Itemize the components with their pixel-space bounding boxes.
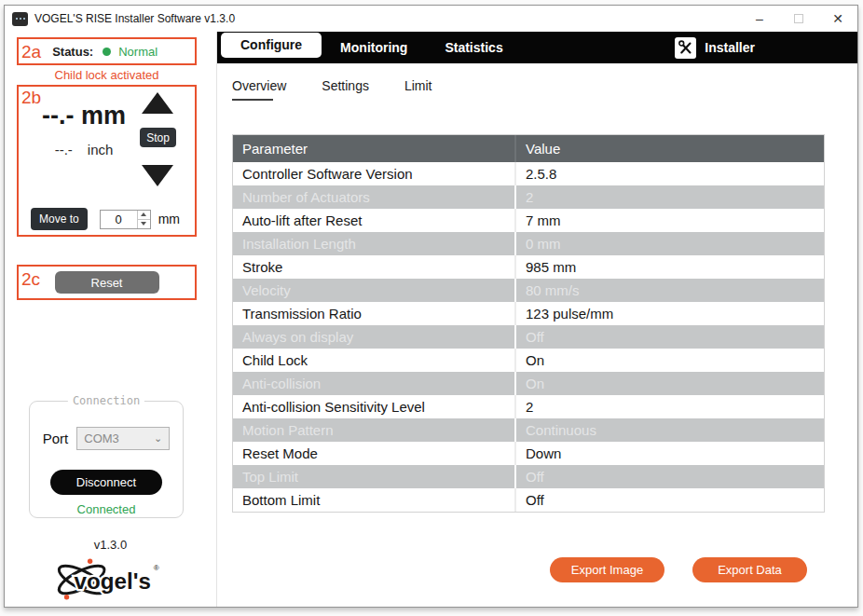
subtab-overview-label: Overview <box>232 78 286 93</box>
status-dot-icon <box>103 48 111 56</box>
value-cell: 7 mm <box>516 209 824 232</box>
spinner-down-icon[interactable] <box>138 219 150 228</box>
table-row: Installation Length0 mm <box>233 232 824 255</box>
disconnect-button[interactable]: Disconnect <box>50 470 162 495</box>
parameter-cell: Auto-lift after Reset <box>233 209 516 232</box>
parameter-cell: Velocity <box>233 279 516 302</box>
parameter-cell: Transmission Ratio <box>233 302 516 325</box>
parameter-cell: Reset Mode <box>233 442 516 465</box>
parameter-cell: Number of Actuators <box>233 185 516 209</box>
table-row: Top LimitOff <box>233 465 824 488</box>
table-row: Transmission Ratio123 pulse/mm <box>233 302 824 325</box>
export-data-button[interactable]: Export Data <box>692 557 807 582</box>
value-cell: 80 mm/s <box>516 279 824 302</box>
status-value: Normal <box>118 45 158 59</box>
value-cell: Off <box>516 488 824 512</box>
tab-configure[interactable]: Configure <box>221 33 322 58</box>
connection-status: Connected <box>30 502 183 516</box>
close-button[interactable]: ✕ <box>818 6 857 32</box>
parameter-cell: Always on display <box>233 325 516 349</box>
export-image-button[interactable]: Export Image <box>550 557 664 582</box>
maximize-button <box>779 6 818 32</box>
parameter-cell: Top Limit <box>233 465 516 488</box>
parameter-table: Parameter Value Controller Software Vers… <box>232 134 825 513</box>
spinner-up-icon[interactable] <box>138 211 150 219</box>
active-tab-underline <box>232 99 273 101</box>
maximize-icon <box>794 14 803 23</box>
installer-label: Installer <box>705 40 755 55</box>
title-bar: VOGEL'S RISE Installer Software v1.3.0 –… <box>5 6 857 32</box>
vogels-logo: vogel's ® <box>5 554 216 606</box>
parameter-cell: Anti-collision <box>233 372 516 395</box>
value-cell: 2.5.8 <box>516 162 824 185</box>
table-row: Anti-collision Sensitivity Level2 <box>233 395 824 418</box>
connection-legend: Connection <box>68 394 144 407</box>
value-cell: 123 pulse/mm <box>516 302 824 325</box>
jog-up-button[interactable] <box>142 92 173 114</box>
move-to-value[interactable]: 0 <box>101 211 137 228</box>
main-area: Configure Monitoring Statistics Installe… <box>217 32 857 607</box>
table-row: Auto-lift after Reset7 mm <box>233 209 824 232</box>
connection-group: Connection Port COM3 ⌄ Disconnect Connec… <box>29 401 184 518</box>
column-header-value: Value <box>516 135 824 162</box>
table-row: Anti-collisionOn <box>233 372 824 395</box>
window-controls: – ✕ <box>740 6 857 32</box>
inch-value: --.- <box>55 142 73 157</box>
move-to-unit-label: mm <box>158 212 180 226</box>
column-header-parameter: Parameter <box>233 135 516 162</box>
annotation-box-2c: 2c Reset <box>17 265 197 300</box>
value-cell: Off <box>516 465 824 488</box>
installer-badge[interactable]: Installer <box>675 32 755 63</box>
move-to-input[interactable]: 0 <box>100 210 151 229</box>
tab-statistics[interactable]: Statistics <box>426 32 521 63</box>
child-lock-warning: Child lock activated <box>17 68 197 82</box>
value-cell: 0 mm <box>516 232 824 255</box>
value-cell: 2 <box>516 185 824 209</box>
port-select[interactable]: COM3 ⌄ <box>76 427 170 450</box>
subtab-bar: Overview Settings Limit <box>232 78 857 101</box>
parameter-cell: Motion Pattern <box>233 418 516 442</box>
jog-down-button[interactable] <box>142 165 173 186</box>
table-row: Reset ModeDown <box>233 442 824 465</box>
annotation-label-2c: 2c <box>21 270 40 288</box>
table-row: Bottom LimitOff <box>233 488 824 512</box>
value-cell: 2 <box>516 395 824 418</box>
subtab-overview[interactable]: Overview <box>232 78 286 101</box>
logo-text: vogel's <box>74 568 150 594</box>
move-to-button[interactable]: Move to <box>31 208 88 230</box>
port-selected-value: COM3 <box>84 431 119 445</box>
top-navbar: Configure Monitoring Statistics Installe… <box>217 32 857 63</box>
subtab-limit-label: Limit <box>404 78 432 93</box>
port-row: Port COM3 ⌄ <box>30 427 183 450</box>
spinner-arrows <box>137 211 150 228</box>
table-row: Velocity80 mm/s <box>233 279 824 302</box>
parameter-cell: Controller Software Version <box>233 162 516 185</box>
window-title: VOGEL'S RISE Installer Software v1.3.0 <box>34 12 235 25</box>
table-row: Stroke985 mm <box>233 255 824 279</box>
minimize-button[interactable]: – <box>740 6 779 32</box>
sidebar: 2a Status: Normal Child lock activated 2… <box>5 32 217 607</box>
table-row: Child LockOn <box>233 349 824 372</box>
table-row: Motion PatternContinuous <box>233 418 824 442</box>
annotation-box-2b: 2b --.- mm Stop --.-inch Move to 0 <box>17 85 197 237</box>
subtab-limit[interactable]: Limit <box>404 78 432 101</box>
reset-button[interactable]: Reset <box>55 271 159 294</box>
subtab-settings-label: Settings <box>322 78 369 93</box>
export-actions: Export Image Export Data <box>550 557 807 582</box>
move-to-row: Move to 0 mm <box>31 208 180 230</box>
parameter-cell: Stroke <box>233 255 516 279</box>
value-cell: Off <box>516 325 824 349</box>
table-header: Parameter Value <box>233 135 824 162</box>
app-icon <box>12 12 28 26</box>
parameter-cell: Installation Length <box>233 232 516 255</box>
app-window: VOGEL'S RISE Installer Software v1.3.0 –… <box>4 5 858 608</box>
chevron-down-icon: ⌄ <box>154 432 162 445</box>
tools-icon <box>675 37 696 59</box>
stop-button[interactable]: Stop <box>140 128 176 147</box>
value-cell: On <box>516 349 824 372</box>
annotation-box-2a: 2a Status: Normal <box>17 37 197 65</box>
tab-monitoring[interactable]: Monitoring <box>322 32 426 63</box>
parameter-cell: Anti-collision Sensitivity Level <box>233 395 516 418</box>
table-row: Controller Software Version2.5.8 <box>233 162 824 185</box>
subtab-settings[interactable]: Settings <box>322 78 369 101</box>
